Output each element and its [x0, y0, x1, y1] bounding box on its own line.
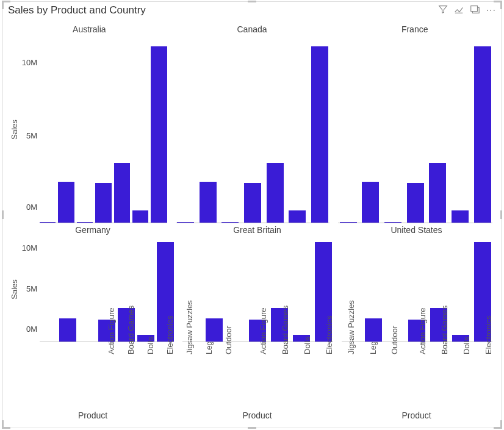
bar[interactable]	[200, 182, 217, 223]
chart-title: Sales by Product and Country	[8, 4, 437, 16]
visual-card[interactable]: Sales by Product and Country ··· Austral…	[2, 1, 502, 428]
x-tick-label: Electronics	[484, 337, 504, 354]
x-axis-label: Product	[8, 409, 178, 424]
plot-area[interactable]	[176, 36, 334, 223]
visual-header: Sales by Product and Country ···	[3, 2, 501, 19]
small-multiples-grid: Australia Sales 0M 5M 10M Canada	[8, 23, 496, 424]
bar[interactable]	[365, 318, 382, 342]
chart-panel: Canada	[171, 23, 334, 223]
chart-panel: United States Action FigureBoard GamesDo…	[337, 223, 496, 424]
svg-rect-0	[470, 6, 477, 12]
resize-handle[interactable]	[2, 210, 4, 219]
panel-title: Germany	[8, 223, 178, 237]
chart-panel: Australia Sales 0M 5M 10M	[8, 23, 171, 223]
bar[interactable]	[311, 46, 328, 223]
panel-title: France	[333, 23, 496, 36]
x-axis-ticks: Action FigureBoard GamesDollsElectronics…	[337, 342, 496, 409]
resize-handle[interactable]	[248, 427, 256, 429]
bar[interactable]	[132, 210, 148, 223]
x-axis-label: Product	[337, 409, 496, 424]
bar[interactable]	[114, 163, 130, 223]
panel-title: Great Britain	[178, 223, 337, 237]
bar[interactable]	[289, 210, 306, 223]
bar[interactable]	[206, 318, 223, 342]
bar[interactable]	[362, 182, 379, 223]
bar[interactable]	[452, 210, 469, 223]
bar[interactable]	[267, 163, 284, 223]
chart-row: Germany Sales 0M 5M 10M Action FigureBoa…	[8, 223, 496, 424]
panel-title: Canada	[171, 23, 334, 36]
bar[interactable]	[244, 183, 261, 223]
more-options-icon[interactable]: ···	[485, 5, 497, 15]
y-axis-label: Sales	[8, 36, 20, 223]
bar[interactable]	[429, 163, 446, 223]
y-axis-ticks: 0M 5M 10M	[20, 36, 40, 223]
x-axis-ticks: Action FigureBoard GamesDollsElectronics…	[178, 342, 337, 409]
x-axis-label: Product	[178, 409, 337, 424]
bar[interactable]	[151, 46, 167, 223]
bar[interactable]	[474, 46, 491, 223]
fields-icon[interactable]	[453, 4, 464, 17]
bar[interactable]	[58, 182, 74, 223]
plot-area[interactable]	[40, 36, 171, 223]
focus-mode-icon[interactable]	[469, 4, 480, 17]
x-axis-ticks: Action FigureBoard GamesDollsElectronics…	[8, 342, 178, 409]
bar[interactable]	[59, 318, 76, 342]
y-axis-ticks: 0M 5M 10M	[20, 237, 40, 342]
chart-panel: Germany Sales 0M 5M 10M Action FigureBoa…	[8, 223, 178, 424]
resize-handle[interactable]	[500, 210, 502, 219]
chart-row: Australia Sales 0M 5M 10M Canada	[8, 23, 496, 223]
panel-title: Australia	[8, 23, 171, 36]
panel-title: United States	[337, 223, 496, 237]
y-axis-label: Sales	[8, 237, 20, 342]
plot-area[interactable]	[338, 36, 496, 223]
bar[interactable]	[407, 183, 424, 223]
bar[interactable]	[95, 183, 111, 223]
chart-panel: Great Britain Action FigureBoard GamesDo…	[178, 223, 337, 424]
filter-icon[interactable]	[437, 4, 448, 17]
chart-panel: France	[333, 23, 496, 223]
resize-handle[interactable]	[248, 1, 256, 2]
